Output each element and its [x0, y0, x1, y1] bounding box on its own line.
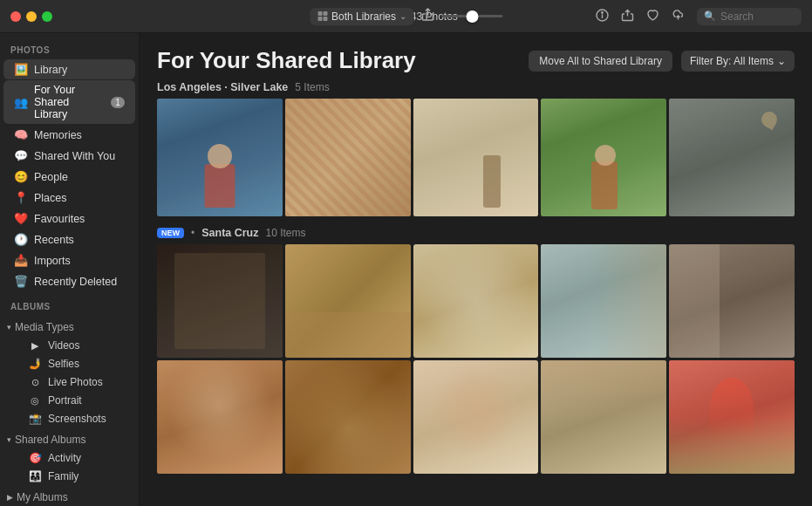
info-icon[interactable] — [596, 9, 609, 24]
sidebar-item-library[interactable]: 🖼️ Library — [3, 59, 135, 79]
section2-header: NEW • Santa Cruz 10 Items — [157, 227, 795, 239]
photo-item[interactable] — [669, 99, 795, 216]
sidebar-item-favourites[interactable]: ❤️ Favourites — [3, 209, 135, 229]
shared-albums-chevron-icon: ▾ — [7, 435, 11, 444]
share-icon[interactable] — [420, 8, 434, 25]
sidebar-item-live-photos[interactable]: ⊙ Live Photos — [3, 373, 135, 391]
close-button[interactable] — [10, 11, 21, 22]
favourites-icon: ❤️ — [14, 212, 28, 225]
sidebar-memories-label: Memories — [34, 129, 125, 141]
videos-icon: ▶ — [28, 340, 42, 352]
activity-icon: 🎯 — [28, 452, 42, 464]
photo-item[interactable] — [541, 244, 666, 358]
sidebar-activity-label: Activity — [48, 452, 81, 464]
photo-item[interactable] — [669, 360, 795, 474]
photos-section-label: Photos — [0, 42, 139, 58]
photo-item[interactable] — [285, 360, 411, 474]
photo-item[interactable] — [157, 360, 283, 474]
sidebar-item-activity[interactable]: 🎯 Activity — [3, 449, 135, 467]
zoom-slider[interactable] — [441, 15, 502, 17]
sidebar-item-places[interactable]: 📍 Places — [3, 188, 135, 208]
media-types-header[interactable]: ▾ Media Types — [0, 318, 139, 336]
photo-item[interactable] — [541, 99, 666, 216]
shared-library-badge: 1 — [111, 97, 125, 108]
photo-item[interactable] — [669, 244, 795, 358]
photo-item[interactable] — [285, 244, 411, 358]
new-badge: NEW — [157, 228, 184, 238]
sidebar-item-people[interactable]: 😊 People — [3, 167, 135, 187]
photo-item[interactable] — [413, 244, 539, 358]
photo-item[interactable] — [413, 360, 539, 474]
sidebar-live-photos-label: Live Photos — [48, 376, 103, 388]
memories-icon: 🧠 — [14, 128, 28, 141]
sidebar: Photos 🖼️ Library 👥 For Your Shared Libr… — [0, 33, 140, 506]
sidebar-item-imports[interactable]: 📥 Imports — [3, 250, 135, 270]
sidebar-favourites-label: Favourites — [34, 213, 125, 225]
sidebar-item-shared-with-you[interactable]: 💬 Shared With You — [3, 146, 135, 166]
section2-row2 — [157, 360, 795, 474]
library-icon: 🖼️ — [14, 63, 28, 76]
sidebar-item-memories[interactable]: 🧠 Memories — [3, 125, 135, 145]
photos-icon — [317, 10, 328, 22]
photo-item[interactable] — [157, 244, 283, 358]
sidebar-item-family[interactable]: 👨‍👩‍👧 Family — [3, 468, 135, 485]
page-title: For Your Shared Library — [157, 47, 416, 74]
sidebar-family-label: Family — [48, 470, 78, 482]
zoom-slider-container — [441, 15, 502, 17]
recents-icon: 🕐 — [14, 233, 28, 246]
shared-library-icon: 👥 — [14, 96, 28, 109]
content-area: For Your Shared Library Move All to Shar… — [140, 33, 812, 506]
sidebar-item-recents[interactable]: 🕐 Recents — [3, 229, 135, 250]
maximize-button[interactable] — [42, 11, 52, 22]
people-icon: 😊 — [14, 170, 28, 183]
section1-photo-grid — [157, 99, 795, 216]
section2-count: 10 Items — [266, 227, 306, 239]
shared-albums-label: Shared Albums — [15, 434, 85, 446]
search-icon: 🔍 — [704, 10, 716, 22]
sidebar-item-recently-deleted[interactable]: 🗑️ Recently Deleted — [3, 271, 135, 291]
library-selector[interactable]: Both Libraries ⌄ — [310, 8, 413, 25]
sidebar-item-portrait[interactable]: ◎ Portrait — [3, 392, 135, 409]
cloud-upload-icon[interactable] — [672, 9, 685, 24]
shared-albums-header[interactable]: ▾ Shared Albums — [0, 431, 139, 448]
sidebar-recently-deleted-label: Recently Deleted — [34, 276, 125, 288]
photo-item[interactable] — [285, 99, 411, 216]
titlebar-center: Both Libraries ⌄ — [310, 8, 502, 25]
move-all-button[interactable]: Move All to Shared Library — [529, 51, 672, 72]
sidebar-shared-with-you-label: Shared With You — [34, 150, 125, 162]
photo-item[interactable] — [157, 99, 283, 216]
sidebar-imports-label: Imports — [34, 255, 125, 267]
albums-section-label: Albums — [0, 298, 139, 315]
svg-rect-2 — [317, 17, 322, 21]
minimize-button[interactable] — [26, 11, 37, 22]
media-types-chevron-icon: ▾ — [7, 323, 11, 332]
section2-row1 — [157, 244, 795, 358]
sidebar-recents-label: Recents — [34, 234, 125, 246]
section1-header: Los Angeles · Silver Lake 5 Items — [157, 81, 795, 93]
sidebar-item-selfies[interactable]: 🤳 Selfies — [3, 355, 135, 373]
sidebar-shared-library-label: For Your Shared Library — [34, 84, 105, 120]
shared-with-you-icon: 💬 — [14, 149, 28, 162]
search-bar[interactable]: 🔍 — [697, 8, 802, 25]
header-actions: Move All to Shared Library Filter By: Al… — [529, 51, 795, 72]
photo-item[interactable] — [413, 99, 539, 216]
my-albums-label: My Albums — [17, 491, 68, 503]
main-container: Photos 🖼️ Library 👥 For Your Shared Libr… — [0, 33, 812, 506]
photo-item[interactable] — [541, 360, 666, 474]
selfies-icon: 🤳 — [28, 358, 42, 370]
section2-location: Santa Cruz — [201, 227, 258, 239]
media-types-group: ▾ Media Types ▶ Videos 🤳 Selfies ⊙ Live … — [0, 318, 139, 427]
sidebar-videos-label: Videos — [48, 339, 79, 352]
content-header: For Your Shared Library Move All to Shar… — [140, 33, 812, 81]
upload-icon[interactable] — [621, 9, 634, 24]
sidebar-item-shared-library[interactable]: 👥 For Your Shared Library 1 — [3, 80, 135, 124]
family-icon: 👨‍👩‍👧 — [28, 470, 42, 482]
sidebar-portrait-label: Portrait — [48, 394, 82, 407]
sidebar-item-videos[interactable]: ▶ Videos — [3, 337, 135, 354]
sidebar-item-screenshots[interactable]: 📸 Screenshots — [3, 410, 135, 427]
heart-icon[interactable] — [646, 9, 659, 24]
filter-button[interactable]: Filter By: All Items ⌄ — [681, 51, 795, 72]
my-albums-header[interactable]: ▶ My Albums — [0, 489, 139, 506]
library-label: Both Libraries — [331, 10, 396, 23]
search-input[interactable] — [720, 10, 799, 23]
